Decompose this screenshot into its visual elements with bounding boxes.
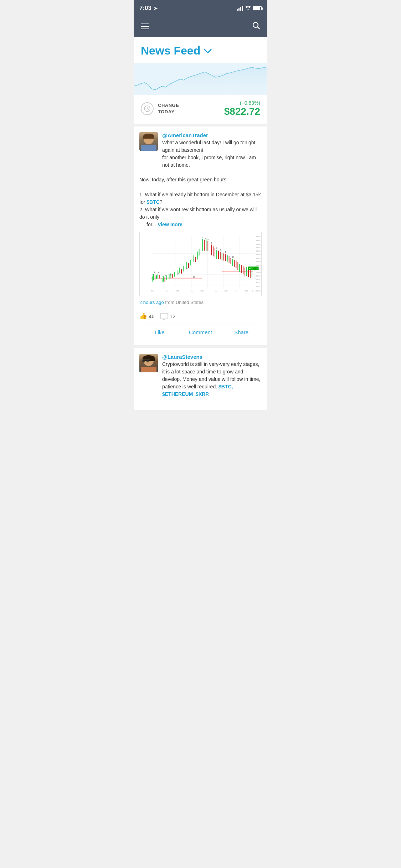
svg-rect-67	[245, 268, 245, 277]
svg-text:60000.0: 60000.0	[256, 236, 261, 238]
svg-rect-23	[158, 274, 158, 279]
post-time: 2 hours ago	[139, 300, 164, 305]
svg-rect-53	[220, 252, 221, 259]
svg-rect-55	[223, 253, 224, 260]
svg-text:2018: 2018	[245, 290, 248, 292]
thumbs-up-icon: 👍	[139, 312, 147, 320]
post-1-chart: 1 3 2 4 5 6 7 8 9 10 1 2 3 4 5 6 7 8 10	[139, 232, 262, 296]
svg-text:4: 4	[165, 275, 166, 277]
comment-reaction: 12	[160, 313, 176, 319]
svg-rect-70	[250, 269, 251, 278]
svg-line-4	[147, 109, 149, 109]
svg-rect-32	[174, 272, 175, 277]
signal-icon	[237, 6, 243, 11]
status-icons	[237, 5, 262, 11]
comment-count: 12	[170, 313, 176, 319]
chart-bottom: CHANGE TODAY (+0.63%) $822.72	[134, 95, 267, 124]
svg-text:34500.0: 34500.0	[256, 243, 261, 245]
svg-text:2: 2	[162, 276, 163, 278]
svg-rect-46	[206, 239, 206, 251]
svg-rect-20	[153, 274, 154, 280]
svg-rect-43	[199, 249, 200, 255]
btc-tag-link[interactable]: $BTC	[146, 199, 160, 205]
svg-text:10: 10	[193, 276, 195, 278]
svg-text:2014: 2014	[151, 290, 155, 292]
svg-text:1: 1	[201, 236, 202, 238]
svg-text:6: 6	[170, 274, 171, 276]
svg-text:2700.0: 2700.0	[256, 268, 261, 270]
svg-rect-44	[202, 239, 203, 251]
svg-rect-24	[159, 275, 160, 279]
svg-text:8: 8	[178, 273, 179, 274]
svg-text:700.0: 700.0	[256, 279, 260, 280]
battery-icon	[253, 6, 262, 10]
svg-text:$372.5: $372.5	[249, 268, 254, 269]
svg-text:2: 2	[205, 238, 206, 239]
like-button[interactable]: Like	[139, 325, 180, 340]
status-bar: 7:03 ➤	[134, 0, 267, 16]
svg-rect-31	[172, 274, 173, 278]
like-count: 46	[149, 313, 155, 319]
svg-rect-29	[169, 274, 170, 279]
svg-text:2017: 2017	[225, 290, 228, 292]
change-label: CHANGE TODAY	[141, 102, 179, 115]
svg-text:8: 8	[225, 251, 226, 253]
post-1-text: What a wonderful last day! I will go ton…	[162, 139, 262, 169]
svg-rect-47	[207, 241, 208, 251]
svg-text:Ju: Ju	[259, 290, 261, 292]
svg-rect-64	[239, 264, 240, 272]
news-feed-header: News Feed	[134, 37, 267, 63]
svg-rect-61	[234, 260, 235, 267]
change-value: (+0.63%) $822.72	[224, 100, 260, 117]
svg-rect-22	[156, 275, 157, 279]
svg-text:2019: 2019	[256, 290, 259, 292]
svg-text:Jun: Jun	[215, 290, 217, 292]
post-1-reactions: 👍 46 12	[139, 309, 262, 323]
svg-text:Jun: Jun	[235, 290, 237, 292]
svg-text:4900.0: 4900.0	[256, 261, 261, 263]
view-more-link[interactable]: View more	[158, 222, 182, 227]
svg-rect-68	[246, 267, 247, 276]
svg-rect-36	[183, 266, 184, 272]
page-content: News Feed	[134, 37, 267, 410]
svg-text:10: 10	[232, 256, 235, 258]
svg-text:3100.0: 3100.0	[256, 264, 261, 266]
status-time: 7:03 ➤	[139, 5, 158, 12]
svg-text:510.0: 510.0	[256, 282, 260, 284]
svg-rect-56	[225, 254, 226, 261]
svg-text:9900.0: 9900.0	[256, 254, 261, 255]
svg-text:52000.0: 52000.0	[256, 240, 261, 242]
change-percent: (+0.63%)	[224, 100, 260, 106]
post-1-username[interactable]: @AmericanTrader	[162, 132, 262, 138]
svg-rect-65	[241, 265, 242, 273]
svg-text:7: 7	[173, 270, 174, 272]
svg-rect-62	[236, 260, 236, 268]
comment-button[interactable]: Comment	[180, 325, 221, 340]
post-1-body: Now, today, after this great green hours…	[139, 176, 262, 228]
location-arrow-icon: ➤	[154, 6, 158, 11]
svg-rect-40	[194, 255, 194, 262]
svg-rect-45	[204, 240, 205, 251]
nav-bar	[134, 16, 267, 37]
share-button[interactable]: Share	[221, 325, 262, 340]
svg-text:1: 1	[152, 274, 153, 276]
like-reaction: 👍 46	[139, 312, 155, 320]
svg-text:3: 3	[211, 242, 212, 244]
post-2-username[interactable]: @LauraStevens	[162, 354, 262, 360]
svg-text:2015: 2015	[176, 290, 179, 292]
post-2-avatar	[139, 354, 158, 372]
post-1-actions: Like Comment Share	[139, 325, 262, 340]
post-2-card: @LauraStevens Cryptoworld is still in ve…	[134, 348, 267, 410]
svg-text:7: 7	[220, 249, 221, 251]
post-1-content: @AmericanTrader What a wonderful last da…	[162, 132, 262, 172]
svg-rect-54	[222, 253, 222, 260]
svg-rect-66	[243, 266, 243, 274]
svg-text:6900.0: 6900.0	[256, 257, 261, 259]
hamburger-menu-icon[interactable]	[141, 24, 149, 29]
comment-bubble-icon	[160, 313, 168, 319]
post-2-header: @LauraStevens Cryptoworld is still in ve…	[139, 354, 262, 402]
post-2-text: Cryptoworld is still in very-very early …	[162, 361, 262, 398]
chevron-down-icon[interactable]	[204, 47, 212, 56]
search-icon[interactable]	[252, 21, 260, 32]
svg-text:9: 9	[186, 268, 187, 270]
